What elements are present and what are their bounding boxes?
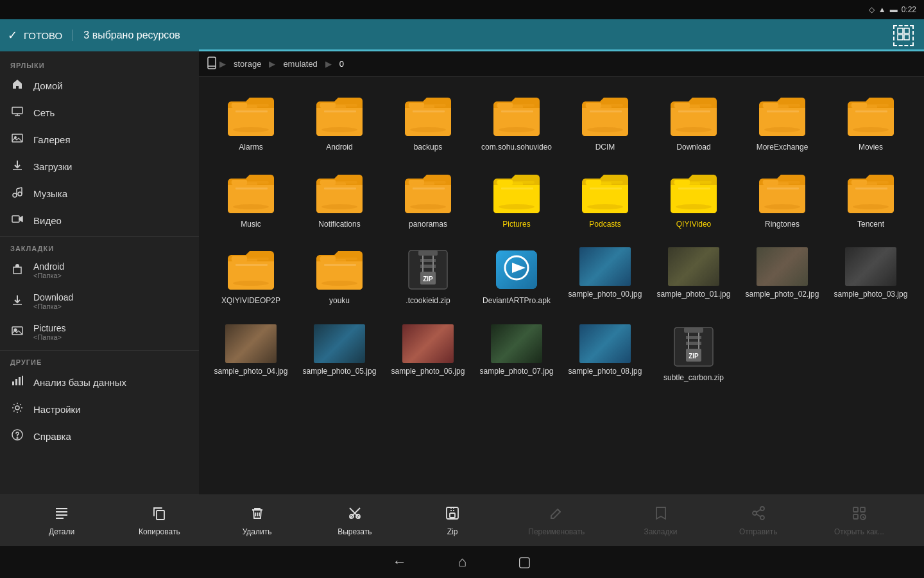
svg-rect-107 bbox=[855, 188, 887, 189]
file-item-deviantart-apk[interactable]: DeviantARTPro.apk bbox=[475, 241, 558, 313]
thumb-sample-photo-03 bbox=[845, 247, 896, 286]
sidebar-item-android-bm[interactable]: Android <Папка> bbox=[0, 255, 199, 286]
nav-back-button[interactable]: ← bbox=[393, 554, 407, 570]
breadcrumb-storage[interactable]: storage bbox=[228, 58, 266, 70]
folder-item-panoramas[interactable]: panoramas bbox=[386, 164, 470, 236]
svg-rect-4 bbox=[12, 107, 22, 114]
thumb-sample-photo-00 bbox=[579, 247, 631, 286]
file-item-tcookieid-zip[interactable]: ZIP .tcookieid.zip bbox=[386, 241, 470, 313]
folder-item-podcasts[interactable]: Podcasts bbox=[563, 164, 647, 236]
sidebar-item-music[interactable]: Музыка bbox=[0, 180, 199, 207]
svg-point-23 bbox=[15, 406, 19, 410]
folder-icon-panoramas bbox=[402, 171, 454, 216]
file-item-sample-photo-06[interactable]: sample_photo_06.jpg bbox=[386, 318, 470, 390]
sidebar-item-video[interactable]: Видео bbox=[0, 207, 199, 234]
file-item-sample-photo-02[interactable]: sample_photo_02.jpg bbox=[740, 241, 824, 313]
top-bar-left: ✓ ГОТОВО 3 выбрано ресурсов bbox=[8, 28, 180, 42]
breadcrumb-emulated[interactable]: emulated bbox=[278, 58, 322, 70]
download-bm-label: Download bbox=[33, 292, 73, 302]
folder-item-notifications[interactable]: Notifications bbox=[298, 164, 381, 236]
sidebar-item-gallery[interactable]: Галерея bbox=[0, 126, 199, 153]
svg-rect-1 bbox=[904, 28, 909, 33]
folder-item-qiyivideo[interactable]: QIYIVideo bbox=[652, 164, 735, 236]
sidebar-item-downloads[interactable]: Загрузки bbox=[0, 153, 199, 180]
home-icon bbox=[10, 78, 24, 92]
nav-recent-button[interactable]: ▢ bbox=[518, 554, 531, 570]
nav-home-button[interactable]: ⌂ bbox=[458, 554, 466, 570]
folder-item-ringtones[interactable]: Ringtones bbox=[740, 164, 824, 236]
svg-rect-82 bbox=[413, 188, 445, 189]
done-label[interactable]: ГОТОВО bbox=[24, 30, 62, 41]
breadcrumb-sep-1: ▶ bbox=[219, 59, 226, 69]
toolbar-delete-icon bbox=[250, 505, 265, 525]
file-item-subtle-carbon-zip[interactable]: ZIP subtle_carbon.zip bbox=[652, 318, 735, 390]
file-item-sample-photo-05[interactable]: sample_photo_05.jpg bbox=[298, 318, 381, 390]
toolbar-copy-label: Копировать bbox=[139, 527, 180, 536]
breadcrumb-0[interactable]: 0 bbox=[334, 58, 349, 70]
toolbar-copy-button[interactable]: Копировать bbox=[133, 502, 185, 540]
apk-icon-deviantart-apk bbox=[491, 247, 542, 292]
file-item-sample-photo-08[interactable]: sample_photo_08.jpg bbox=[563, 318, 647, 390]
svg-point-106 bbox=[853, 204, 889, 209]
sidebar-item-analytics[interactable]: Анализ базы данных bbox=[0, 369, 199, 396]
svg-rect-26 bbox=[208, 57, 216, 69]
folder-item-backups[interactable]: backups bbox=[386, 87, 470, 159]
sidebar-item-home[interactable]: Домой bbox=[0, 72, 199, 99]
sidebar-item-pictures-bm[interactable]: Pictures <Папка> bbox=[0, 317, 199, 347]
svg-rect-50 bbox=[585, 104, 623, 107]
svg-rect-2 bbox=[898, 35, 903, 40]
sidebar-item-download-bm[interactable]: Download <Папка> bbox=[0, 286, 199, 317]
svg-rect-90 bbox=[585, 181, 623, 184]
folder-name-android: Android bbox=[326, 143, 352, 153]
sidebar-label-analytics: Анализ базы данных bbox=[33, 377, 126, 388]
folder-item-com-sohu[interactable]: com.sohu.sohuvideo bbox=[475, 87, 558, 159]
folder-name-ringtones: Ringtones bbox=[765, 220, 800, 230]
folder-icon-ringtones bbox=[757, 171, 808, 216]
sidebar: ЯРЛЫКИ Домой Сеть Галерея Загрузки bbox=[0, 51, 199, 495]
svg-rect-67 bbox=[855, 110, 887, 112]
file-name-sample-photo-01: sample_photo_01.jpg bbox=[657, 290, 731, 300]
file-item-sample-photo-01[interactable]: sample_photo_01.jpg bbox=[652, 241, 735, 313]
android-bm-icon bbox=[10, 263, 24, 277]
toolbar-details-button[interactable]: Детали bbox=[36, 502, 87, 540]
file-item-sample-photo-03[interactable]: sample_photo_03.jpg bbox=[829, 241, 912, 313]
file-name-tcookieid-zip: .tcookieid.zip bbox=[406, 296, 450, 306]
folder-item-music[interactable]: Music bbox=[209, 164, 293, 236]
folder-item-moreexchange[interactable]: MoreExchange bbox=[740, 87, 824, 159]
folder-item-xqiyivideop2p[interactable]: XQIYIVIDEOP2P bbox=[209, 241, 293, 313]
toolbar-delete-button[interactable]: Удалить bbox=[232, 502, 283, 540]
download-bm-labels: Download <Папка> bbox=[33, 292, 73, 310]
svg-rect-35 bbox=[319, 104, 357, 107]
folder-item-youku[interactable]: youku bbox=[298, 241, 381, 313]
folder-item-alarms[interactable]: Alarms bbox=[209, 87, 293, 159]
file-name-deviantart-apk: DeviantARTPro.apk bbox=[483, 296, 551, 306]
sidebar-item-help[interactable]: Справка bbox=[0, 423, 199, 450]
svg-rect-136 bbox=[686, 336, 701, 339]
svg-point-111 bbox=[233, 281, 269, 286]
breadcrumb: ▶ storage ▶ emulated ▶ 0 bbox=[199, 51, 924, 77]
file-item-sample-photo-04[interactable]: sample_photo_04.jpg bbox=[209, 318, 293, 390]
toolbar-cut-button[interactable]: Вырезать bbox=[329, 502, 381, 540]
breadcrumb-sep-3: ▶ bbox=[325, 59, 332, 69]
sidebar-item-network[interactable]: Сеть bbox=[0, 99, 199, 126]
file-item-sample-photo-00[interactable]: sample_photo_00.jpg bbox=[563, 241, 647, 313]
folder-item-download[interactable]: Download bbox=[652, 87, 735, 159]
folder-item-tencent[interactable]: Tencent bbox=[829, 164, 912, 236]
download-bm-sub: <Папка> bbox=[33, 302, 73, 310]
svg-rect-60 bbox=[762, 104, 800, 107]
file-name-sample-photo-04: sample_photo_04.jpg bbox=[214, 367, 288, 377]
folder-item-pictures[interactable]: Pictures bbox=[475, 164, 558, 236]
check-icon[interactable]: ✓ bbox=[8, 28, 17, 42]
grid-view-button[interactable] bbox=[893, 25, 914, 46]
folder-item-dcim[interactable]: DCIM bbox=[563, 87, 647, 159]
folder-name-dcim: DCIM bbox=[595, 143, 615, 153]
folder-item-movies[interactable]: Movies bbox=[829, 87, 912, 159]
sidebar-item-settings[interactable]: Настройки bbox=[0, 396, 199, 423]
toolbar-zip-button[interactable]: Zip bbox=[427, 502, 478, 540]
svg-rect-55 bbox=[673, 104, 712, 107]
folder-item-android[interactable]: Android bbox=[298, 87, 381, 159]
svg-rect-19 bbox=[12, 381, 14, 385]
file-item-sample-photo-07[interactable]: sample_photo_07.jpg bbox=[475, 318, 558, 390]
toolbar-rename-icon bbox=[549, 505, 564, 525]
file-name-sample-photo-08: sample_photo_08.jpg bbox=[569, 367, 642, 377]
